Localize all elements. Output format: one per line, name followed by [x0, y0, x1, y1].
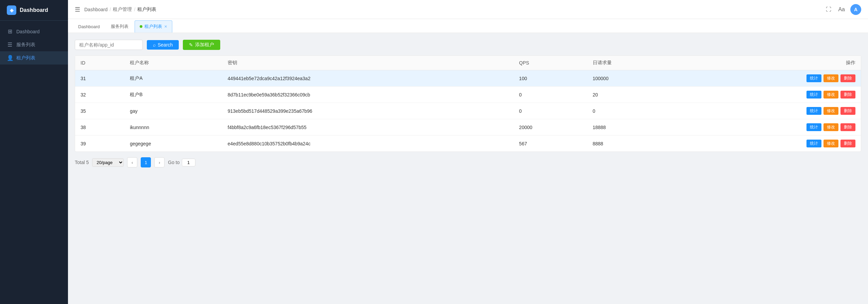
cell-id: 35 — [75, 103, 124, 119]
tenants-icon: 👤 — [7, 55, 13, 61]
table-row: 38 ikunnnnn f4bbf8a2c9a6fb18ec5367f296d5… — [75, 119, 861, 136]
cell-name: 租户A — [124, 70, 222, 87]
delete-button[interactable]: 删除 — [840, 140, 855, 147]
add-tenant-button[interactable]: ✎ 添加租户 — [183, 40, 220, 50]
sidebar-item-services[interactable]: ☰ 服务列表 — [0, 38, 68, 51]
stat-button[interactable]: 统计 — [806, 123, 821, 131]
tab-close-button[interactable]: ✕ — [164, 24, 167, 29]
col-actions: 操作 — [678, 56, 861, 70]
edit-button[interactable]: 修改 — [823, 107, 838, 115]
sidebar-item-dashboard[interactable]: ⊞ Dashboard — [0, 25, 68, 38]
hamburger-button[interactable]: ☰ — [75, 6, 80, 13]
table-row: 31 租户A 449441eb5e72dca9c42a12f3924ea3a2 … — [75, 70, 861, 87]
cell-qps: 0 — [514, 103, 587, 119]
page-content: ⌕ Search ✎ 添加租户 ID 租户名称 密钥 QPS 日请求量 操作 — [68, 33, 868, 304]
breadcrumb-sep-1: / — [110, 7, 111, 12]
sidebar-logo: ◈ Dashboard — [0, 0, 68, 21]
next-page-button[interactable]: › — [154, 157, 164, 167]
cell-name: gegegege — [124, 136, 222, 152]
cell-daily: 8888 — [587, 136, 678, 152]
logo-title: Dashboard — [20, 7, 48, 13]
cell-name: gay — [124, 103, 222, 119]
cell-actions: 统计 修改 删除 — [678, 136, 861, 152]
col-secret: 密钥 — [222, 56, 514, 70]
edit-button[interactable]: 修改 — [823, 123, 838, 131]
col-qps: QPS — [514, 56, 587, 70]
col-name: 租户名称 — [124, 56, 222, 70]
cell-id: 32 — [75, 87, 124, 103]
search-icon: ⌕ — [153, 42, 156, 48]
cell-qps: 20000 — [514, 119, 587, 136]
topbar: ☰ Dashboard / 租户管理 / 租户列表 ⛶ Aa A — [68, 0, 868, 19]
cell-qps: 0 — [514, 87, 587, 103]
services-icon: ☰ — [7, 41, 13, 48]
delete-button[interactable]: 删除 — [840, 74, 855, 82]
prev-page-button[interactable]: ‹ — [127, 157, 137, 167]
cell-name: 租户B — [124, 87, 222, 103]
search-button[interactable]: ⌕ Search — [147, 40, 179, 50]
total-label: Total 5 — [75, 160, 89, 165]
delete-button[interactable]: 删除 — [840, 123, 855, 131]
cell-secret: f4bbf8a2c9a6fb18ec5367f296d57b55 — [222, 119, 514, 136]
breadcrumb-item-2[interactable]: 租户管理 — [113, 6, 132, 13]
logo-icon: ◈ — [7, 5, 16, 15]
pagination: Total 5 10/page20/page50/page100/page ‹ … — [75, 157, 861, 167]
user-avatar[interactable]: A — [850, 4, 861, 15]
filter-bar: ⌕ Search ✎ 添加租户 — [75, 40, 861, 50]
edit-button[interactable]: 修改 — [823, 140, 838, 147]
cell-daily: 18888 — [587, 119, 678, 136]
col-daily: 日请求量 — [587, 56, 678, 70]
table-row: 35 gay 913eb5bd517d448529a399e235a67b96 … — [75, 103, 861, 119]
sidebar-item-tenants[interactable]: 👤 租户列表 — [0, 51, 68, 65]
delete-button[interactable]: 删除 — [840, 107, 855, 115]
cell-id: 31 — [75, 70, 124, 87]
edit-button[interactable]: 修改 — [823, 91, 838, 99]
breadcrumb-item-1[interactable]: Dashboard — [84, 7, 108, 12]
sidebar-nav: ⊞ Dashboard ☰ 服务列表 👤 租户列表 — [0, 21, 68, 69]
tab-label: 服务列表 — [111, 23, 128, 30]
cell-id: 38 — [75, 119, 124, 136]
goto-wrap: Go to — [168, 159, 195, 166]
add-icon: ✎ — [189, 42, 193, 48]
cell-qps: 100 — [514, 70, 587, 87]
sidebar-item-label: 服务列表 — [16, 42, 35, 48]
search-input[interactable] — [75, 40, 143, 50]
cell-id: 39 — [75, 136, 124, 152]
page-1-button[interactable]: 1 — [141, 157, 151, 167]
tab-services[interactable]: 服务列表 — [106, 21, 133, 32]
table-header-row: ID 租户名称 密钥 QPS 日请求量 操作 — [75, 56, 861, 70]
table-row: 32 租户B 8d7b11ec9be0e59a36b52f32366c09cb … — [75, 87, 861, 103]
stat-button[interactable]: 统计 — [806, 91, 821, 99]
font-size-button[interactable]: Aa — [837, 5, 846, 14]
cell-daily: 100000 — [587, 70, 678, 87]
stat-button[interactable]: 统计 — [806, 140, 821, 147]
fullscreen-button[interactable]: ⛶ — [824, 5, 833, 14]
goto-input[interactable] — [182, 159, 195, 166]
cell-secret: 8d7b11ec9be0e59a36b52f32366c09cb — [222, 87, 514, 103]
cell-daily: 20 — [587, 87, 678, 103]
main-content: ☰ Dashboard / 租户管理 / 租户列表 ⛶ Aa A Dashboa… — [68, 0, 868, 304]
sidebar-item-label: Dashboard — [16, 29, 40, 34]
topbar-left: ☰ Dashboard / 租户管理 / 租户列表 — [75, 6, 156, 13]
delete-button[interactable]: 删除 — [840, 91, 855, 99]
cell-qps: 567 — [514, 136, 587, 152]
col-id: ID — [75, 56, 124, 70]
dashboard-icon: ⊞ — [7, 28, 13, 35]
tab-tenants[interactable]: 租户列表 ✕ — [135, 20, 172, 33]
cell-actions: 统计 修改 删除 — [678, 103, 861, 119]
edit-button[interactable]: 修改 — [823, 74, 838, 82]
stat-button[interactable]: 统计 — [806, 107, 821, 115]
tab-dashboard[interactable]: Dashboard — [73, 21, 105, 32]
cell-actions: 统计 修改 删除 — [678, 87, 861, 103]
cell-name: ikunnnnn — [124, 119, 222, 136]
cell-actions: 统计 修改 删除 — [678, 119, 861, 136]
stat-button[interactable]: 统计 — [806, 74, 821, 82]
breadcrumb-item-3: 租户列表 — [137, 6, 156, 13]
cell-actions: 统计 修改 删除 — [678, 70, 861, 87]
page-size-select[interactable]: 10/page20/page50/page100/page — [92, 158, 124, 167]
tab-active-dot — [140, 25, 142, 28]
cell-secret: 449441eb5e72dca9c42a12f3924ea3a2 — [222, 70, 514, 87]
breadcrumb-sep-2: / — [134, 7, 135, 12]
breadcrumb: Dashboard / 租户管理 / 租户列表 — [84, 6, 156, 13]
cell-secret: 913eb5bd517d448529a399e235a67b96 — [222, 103, 514, 119]
